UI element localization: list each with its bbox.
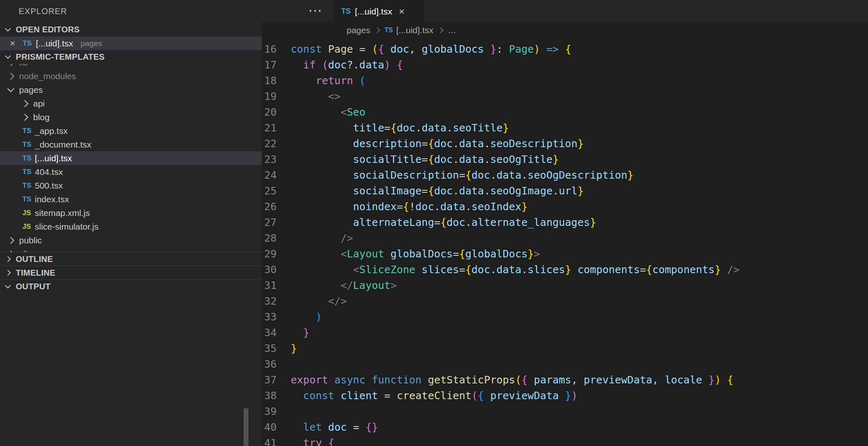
code-line-text: const client = createClient({ previewDat… [291,388,577,404]
code-line[interactable]: 25 socialImage={doc.data.seoOgImage.url} [262,183,868,199]
code-line[interactable]: 27 alternateLang={doc.alternate_language… [262,215,868,230]
section-label: OUTPUT [16,282,51,291]
code-line-text: description={doc.data.seoDescription} [291,136,584,152]
code-line-text: let doc = {} [291,419,378,435]
ts-icon: TS [22,182,35,190]
tree-item-label: index.tsx [35,194,69,204]
tree-item[interactable]: api [0,97,262,110]
code-line[interactable]: 40 let doc = {} [262,419,868,435]
open-editor-row[interactable]: × TS [...uid].tsx pages [0,36,262,50]
chevron-down-icon [5,53,11,59]
code-line[interactable]: 19 <> [262,89,868,104]
close-icon[interactable]: × [10,39,15,48]
chevron-right-icon [7,237,14,244]
tree-item-label: public [19,235,42,245]
tree-item[interactable]: JSslice-simulator.js [0,220,262,233]
section-label: OPEN EDITORS [16,25,80,34]
section-open-editors[interactable]: OPEN EDITORS [0,23,262,36]
code-line[interactable]: 16const Page = ({ doc, globalDocs }: Pag… [262,41,868,57]
line-number: 17 [262,57,277,73]
tree-item[interactable]: TS404.tsx [0,165,262,179]
line-number: 21 [262,120,277,136]
line-number: 36 [262,356,277,372]
code-line[interactable]: 37export async function getStaticProps({… [262,372,868,388]
code-line-text: } [291,325,309,341]
code-line-text: <> [291,89,340,104]
line-number: 26 [262,199,277,215]
code-line[interactable]: 20 <Seo [262,104,868,120]
tree-item[interactable]: public [0,233,262,247]
code-line[interactable]: 33 ) [262,309,868,325]
scrollbar-thumb[interactable] [244,408,248,446]
section-project[interactable]: PRISMIC-TEMPLATES [0,50,262,64]
top-strip: EXPLORER ⋯ TS [...uid].tsx × [0,0,868,23]
code-line[interactable]: 31 </Layout> [262,278,868,293]
line-number: 27 [262,215,277,230]
tree-item[interactable]: lib [0,64,262,69]
breadcrumb-item-pages[interactable]: pages [347,25,370,35]
tree-item[interactable]: TS[...uid].tsx [0,151,262,165]
code-line[interactable]: 18 return ( [262,73,868,89]
code-line-text: /> [291,230,353,246]
code-line[interactable]: 26 noindex={!doc.data.seoIndex} [262,199,868,215]
code-line[interactable]: 34 } [262,325,868,341]
section-outline[interactable]: OUTLINE [0,252,262,266]
section-timeline[interactable]: TIMELINE [0,266,262,279]
tree-item[interactable]: blog [0,110,262,124]
line-number: 37 [262,372,277,388]
code-line[interactable]: 35} [262,341,868,356]
tab-uid-tsx[interactable]: TS [...uid].tsx × [334,0,424,23]
code-line-text: </> [291,293,347,309]
code-line[interactable]: 30 <SliceZone slices={doc.data.slices} c… [262,262,868,278]
tree-item[interactable]: pages [0,83,262,97]
tree-item-label: blog [33,112,50,122]
tree-item[interactable]: TSindex.tsx [0,192,262,206]
tree-item[interactable]: TS500.tsx [0,179,262,192]
code-line[interactable]: 17 if (doc?.data) { [262,57,868,73]
code-line[interactable]: 29 <Layout globalDocs={globalDocs}> [262,246,868,262]
line-number: 29 [262,246,277,262]
code-line-text: noindex={!doc.data.seoIndex} [291,199,528,215]
code-area[interactable]: 1516const Page = ({ doc, globalDocs }: P… [262,37,868,446]
line-number: 20 [262,104,277,120]
code-line-text: if (doc?.data) { [291,57,403,73]
code-line[interactable]: 23 socialTitle={doc.data.seoOgTitle} [262,152,868,167]
line-number: 16 [262,41,277,57]
tree-item[interactable]: node_modules [0,69,262,83]
chevron-right-icon [5,256,11,262]
chevron-down-icon [5,282,11,288]
open-editor-file: [...uid].tsx [36,39,73,48]
code-line[interactable]: 28 /> [262,230,868,246]
code-line-text: <Layout globalDocs={globalDocs}> [291,246,540,262]
line-number: 23 [262,152,277,167]
tree-item-label: [...uid].tsx [35,153,72,163]
code-line[interactable]: 21 title={doc.data.seoTitle} [262,120,868,136]
tree-item[interactable]: slices [0,247,262,252]
ts-icon: TS [341,7,351,16]
ts-icon: TS [22,195,35,204]
line-number: 40 [262,419,277,435]
close-icon[interactable]: × [399,7,405,17]
tree-item[interactable]: JSsitemap.xml.js [0,206,262,220]
code-line[interactable]: 22 description={doc.data.seoDescription} [262,136,868,152]
code-line[interactable]: 38 const client = createClient({ preview… [262,388,868,404]
line-number: 15 [262,37,277,41]
line-number: 41 [262,435,277,446]
code-line[interactable]: 15 [262,37,868,41]
chevron-right-icon [7,73,14,80]
section-output[interactable]: OUTPUT [0,279,262,293]
code-line[interactable]: 32 </> [262,293,868,309]
more-actions-icon[interactable]: ⋯ [308,0,322,23]
line-number: 30 [262,262,277,278]
code-line-text: const Page = ({ doc, globalDocs }: Page)… [291,41,571,57]
code-line[interactable]: 36 [262,356,868,372]
code-line[interactable]: 41 try { [262,435,868,446]
breadcrumb-item-more[interactable]: … [448,25,456,35]
breadcrumb-item-file[interactable]: [...uid].tsx [396,25,434,35]
code-line[interactable]: 24 socialDescription={doc.data.seoOgDesc… [262,167,868,183]
chevron-right-icon [7,64,14,66]
ts-icon: TS [384,27,393,34]
tree-item[interactable]: TS_document.tsx [0,138,262,151]
code-line[interactable]: 39 [262,404,868,419]
tree-item[interactable]: TS_app.tsx [0,124,262,138]
